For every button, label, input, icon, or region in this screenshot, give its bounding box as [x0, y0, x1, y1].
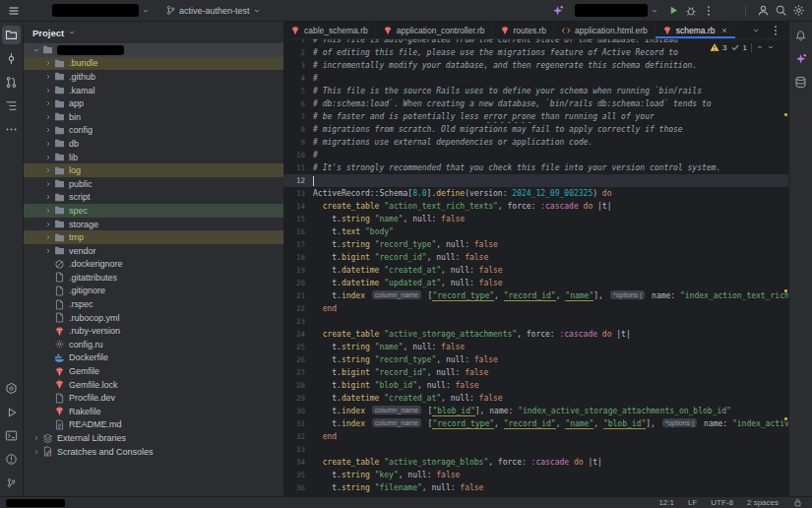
code-line-36[interactable]: 36 t.string "filename", null: false: [283, 481, 788, 494]
code-line-20[interactable]: 20 t.datetime "updated_at", null: false: [283, 277, 788, 289]
project-name-widget[interactable]: [52, 4, 139, 17]
tree-item-db[interactable]: db: [24, 137, 283, 151]
tree-item-project-root[interactable]: [24, 43, 283, 57]
tree-item-.rspec[interactable]: .rspec: [24, 297, 283, 311]
chevron-right-icon[interactable]: [43, 221, 53, 228]
code-line-14[interactable]: 14 create_table "action_text_rich_texts"…: [283, 200, 788, 213]
code-line-18[interactable]: 18 t.bigint "record_id", null: false: [283, 251, 788, 264]
code-line-16[interactable]: 16 t.text "body": [283, 225, 788, 238]
settings-button[interactable]: [789, 2, 807, 20]
code-line-10[interactable]: 10#: [283, 149, 788, 161]
tool-button-problems[interactable]: [2, 450, 21, 469]
tree-item-.ruby-version[interactable]: .ruby-version: [24, 324, 283, 338]
tree-item-vendor[interactable]: vendor: [24, 244, 283, 258]
tab-application_controller.rb[interactable]: application_controller.rb: [376, 22, 493, 38]
tree-item-lib[interactable]: lib: [24, 151, 283, 164]
code-line-8[interactable]: 8# migrations from scratch. Old migratio…: [283, 123, 788, 136]
tab-schema.rb[interactable]: schema.rb: [656, 22, 737, 38]
tree-item-.bundle[interactable]: .bundle: [24, 57, 283, 71]
tool-button-run[interactable]: [2, 403, 21, 421]
tree-item-log[interactable]: log: [24, 163, 283, 177]
tab-options-button[interactable]: [767, 22, 784, 39]
code-line-31[interactable]: 31 t.index column_name ["record_type", "…: [283, 417, 788, 430]
tree-item-public[interactable]: public: [24, 177, 283, 191]
tool-button-services[interactable]: [2, 379, 21, 398]
status-indent[interactable]: 2 spaces: [747, 498, 779, 507]
tree-item-tmp[interactable]: tmp: [24, 230, 283, 244]
tree-item-External Libraries[interactable]: External Libraries: [24, 431, 283, 445]
next-issue-icon[interactable]: [767, 43, 775, 51]
profile-button[interactable]: [754, 2, 772, 20]
code-line-29[interactable]: 29 t.datetime "created_at", null: false: [283, 392, 788, 405]
chevron-right-icon[interactable]: [31, 448, 41, 456]
previous-issue-icon[interactable]: [756, 43, 764, 51]
code-line-34[interactable]: 34 create_table "active_storage_blobs", …: [283, 456, 788, 469]
code-line-32[interactable]: 32 end: [283, 430, 788, 443]
tool-button-pull-requests[interactable]: [2, 73, 21, 92]
code-line-22[interactable]: 22 end: [283, 302, 788, 315]
tree-item-.gitattributes[interactable]: .gitattributes: [24, 271, 283, 285]
code-line-9[interactable]: 9# migrations use external dependencies …: [283, 136, 788, 149]
vcs-branch-widget[interactable]: active-authen-test: [161, 3, 265, 18]
tree-item-app[interactable]: app: [24, 96, 283, 110]
code-line-4[interactable]: 4#: [283, 72, 788, 85]
code-line-28[interactable]: 28 t.bigint "blob_id", null: false: [283, 379, 788, 392]
code-line-11[interactable]: 11# It's strongly recommended that you c…: [283, 161, 788, 174]
tab-routes.rb[interactable]: routes.rb: [493, 22, 555, 38]
tree-item-.rubocop.yml[interactable]: .rubocop.yml: [24, 311, 283, 325]
tree-item-config.ru[interactable]: config.ru: [24, 338, 283, 351]
chevron-right-icon[interactable]: [43, 166, 53, 174]
code-line-5[interactable]: 5# This file is the source Rails uses to…: [283, 85, 788, 97]
code-line-21[interactable]: 21 t.index column_name ["record_type", "…: [283, 289, 788, 302]
tool-button-version-control[interactable]: [2, 474, 21, 492]
tab-cable_schema.rb[interactable]: cable_schema.rb: [283, 22, 376, 38]
run-button[interactable]: [664, 2, 682, 20]
close-tab-icon[interactable]: [720, 27, 728, 34]
code-line-30[interactable]: 30 t.index column_name ["blob_id"], name…: [283, 405, 788, 417]
chevron-right-icon[interactable]: [43, 154, 53, 161]
more-actions-button[interactable]: [700, 2, 718, 20]
tool-button-more-tools[interactable]: [2, 120, 21, 139]
inspections-widget[interactable]: 3 1: [706, 41, 779, 53]
chevron-right-icon[interactable]: [43, 193, 53, 201]
code-line-19[interactable]: 19 t.datetime "created_at", null: false: [283, 264, 788, 277]
chevron-right-icon[interactable]: [43, 87, 53, 95]
tree-item-Gemfile.lock[interactable]: Gemfile.lock: [24, 378, 283, 392]
chevron-right-icon[interactable]: [43, 180, 53, 188]
tree-item-Procfile.dev[interactable]: Procfile.dev: [24, 391, 283, 405]
chevron-right-icon[interactable]: [43, 233, 53, 241]
tree-item-script[interactable]: script: [24, 191, 283, 205]
code-line-3[interactable]: 3# incrementally modify your database, a…: [283, 59, 788, 72]
code-line-23[interactable]: 23: [283, 315, 788, 328]
code-line-24[interactable]: 24 create_table "active_storage_attachme…: [283, 328, 788, 341]
status-encoding[interactable]: UTF-8: [711, 498, 733, 507]
project-panel-header[interactable]: Project: [24, 22, 283, 43]
status-caret-position[interactable]: 12:1: [658, 498, 674, 507]
tree-item-spec[interactable]: spec: [24, 204, 283, 218]
chevron-down-icon[interactable]: [31, 46, 41, 54]
chevron-right-icon[interactable]: [43, 73, 53, 81]
tree-item-.dockerignore[interactable]: .dockerignore: [24, 258, 283, 272]
code-line-15[interactable]: 15 t.string "name", null: false: [283, 213, 788, 225]
chevron-right-icon[interactable]: [43, 140, 53, 148]
chevron-right-icon[interactable]: [43, 247, 53, 255]
chevron-right-icon[interactable]: [43, 59, 53, 67]
tree-item-config[interactable]: config: [24, 124, 283, 138]
tool-button-commit[interactable]: [2, 49, 21, 68]
debug-button[interactable]: [682, 2, 700, 20]
tree-item-Dockerfile[interactable]: Dockerfile: [24, 351, 283, 365]
tool-button-structure[interactable]: [2, 96, 21, 115]
readonly-lock-button[interactable]: [788, 494, 806, 508]
tree-item-Scratches and Consoles[interactable]: Scratches and Consoles: [24, 445, 283, 459]
tree-item-.gitignore[interactable]: .gitignore: [24, 285, 283, 298]
code-line-26[interactable]: 26 t.string "record_type", null: false: [283, 353, 788, 366]
status-line-separator[interactable]: LF: [688, 498, 697, 507]
chevron-right-icon[interactable]: [43, 113, 53, 121]
tree-item-bin[interactable]: bin: [24, 110, 283, 124]
tool-button-ai-assistant[interactable]: [791, 49, 810, 68]
chevron-right-icon[interactable]: [43, 126, 53, 134]
tool-button-notifications[interactable]: [791, 26, 810, 44]
code-line-6[interactable]: 6# db:schema:load`. When creating a new …: [283, 97, 788, 110]
main-menu-button[interactable]: [5, 2, 23, 20]
tree-item-.github[interactable]: .github: [24, 70, 283, 84]
